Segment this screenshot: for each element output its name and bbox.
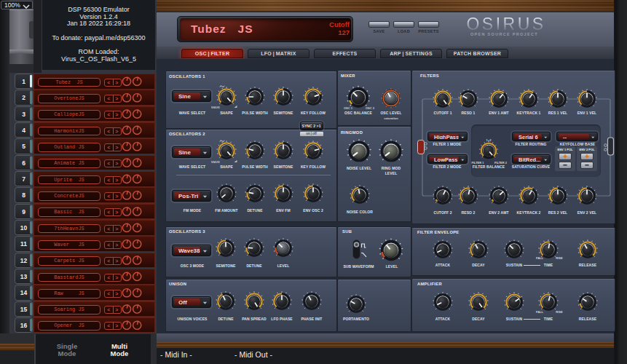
svg-text:WAVE: WAVE	[211, 160, 220, 164]
svg-text:WAVE: WAVE	[211, 106, 220, 109]
